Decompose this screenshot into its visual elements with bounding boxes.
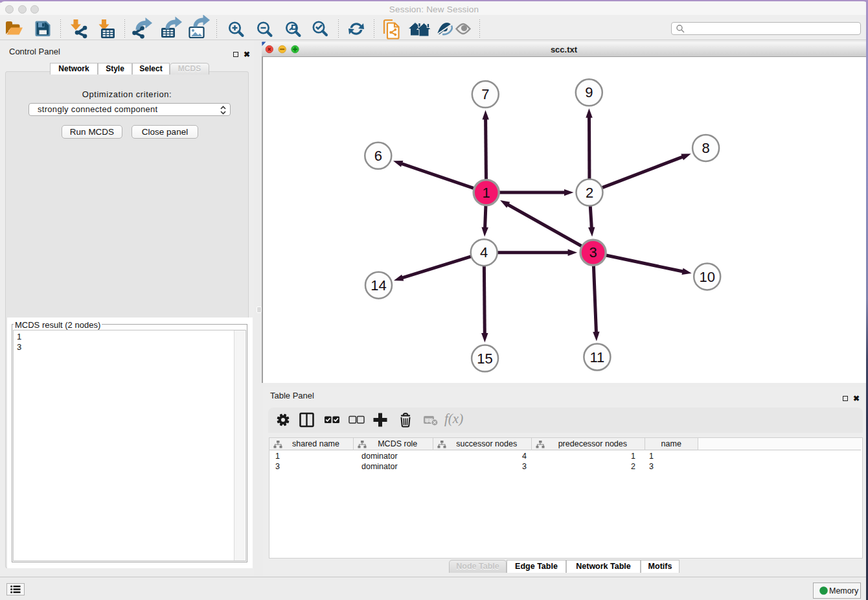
svg-text:9: 9 [585,84,593,100]
svg-text:2: 2 [586,185,593,201]
svg-text:8: 8 [702,140,709,156]
svg-text:1: 1 [483,185,490,201]
svg-text:4: 4 [480,244,488,260]
svg-text:6: 6 [374,148,382,164]
svg-text:3: 3 [589,244,597,260]
svg-text:15: 15 [477,351,492,367]
svg-text:7: 7 [481,86,489,102]
svg-text:10: 10 [699,269,714,285]
svg-text:14: 14 [371,277,386,294]
svg-text:11: 11 [589,349,604,365]
